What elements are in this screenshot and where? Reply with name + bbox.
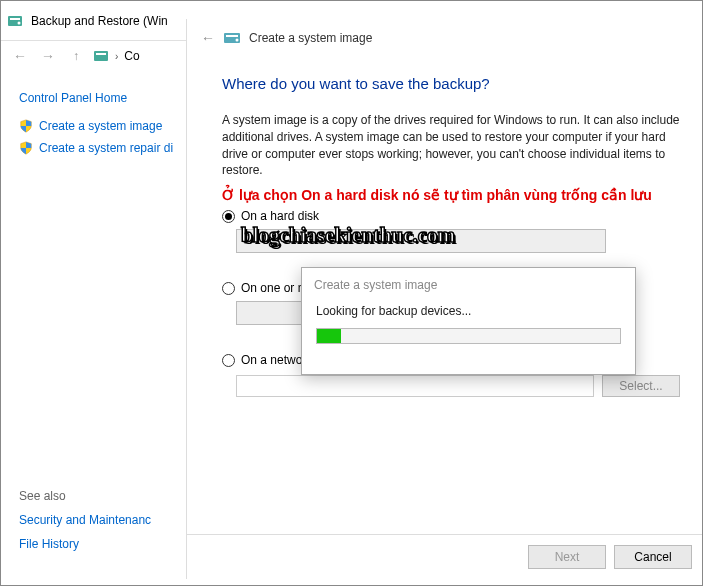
shield-icon (19, 119, 33, 133)
svg-rect-1 (10, 18, 20, 20)
sidebar-create-disc-link[interactable]: Create a system repair di (19, 141, 181, 155)
svg-point-2 (18, 21, 21, 24)
wizard-heading: Where do you want to save the backup? (222, 75, 680, 92)
svg-rect-6 (226, 35, 238, 37)
wizard-back-icon[interactable]: ← (201, 30, 215, 46)
nav-up-icon[interactable]: ↑ (65, 45, 87, 67)
wizard-title: Create a system image (249, 31, 372, 45)
hard-disk-dropdown[interactable] (236, 229, 606, 253)
next-button[interactable]: Next (528, 545, 606, 569)
see-also-header: See also (19, 489, 151, 503)
control-panel-home-link[interactable]: Control Panel Home (19, 91, 181, 105)
svg-rect-3 (94, 51, 108, 61)
option-hard-disk[interactable]: On a hard disk (222, 209, 680, 223)
radio-icon[interactable] (222, 210, 235, 223)
system-image-icon (223, 29, 241, 47)
backup-app-icon (7, 13, 23, 29)
cancel-button[interactable]: Cancel (614, 545, 692, 569)
svg-point-7 (236, 39, 239, 42)
option-label: On a hard disk (241, 209, 319, 223)
wizard-header: ← Create a system image (187, 19, 703, 57)
progress-fill (317, 329, 341, 343)
svg-rect-4 (96, 53, 106, 55)
sidebar-create-image-link[interactable]: Create a system image (19, 119, 181, 133)
sidebar: Control Panel Home Create a system image… (1, 71, 191, 173)
nav-back-icon[interactable]: ← (9, 45, 31, 67)
wizard-footer: Next Cancel (187, 534, 703, 579)
radio-icon[interactable] (222, 282, 235, 295)
network-location-input[interactable] (236, 375, 594, 397)
progress-title: Create a system image (302, 268, 635, 300)
svg-rect-0 (8, 16, 22, 26)
svg-rect-5 (224, 33, 240, 43)
wizard-description: A system image is a copy of the drives r… (222, 112, 680, 179)
nav-forward-icon[interactable]: → (37, 45, 59, 67)
annotation-note: Ở lựa chọn On a hard disk nó sẽ tự tìm p… (222, 187, 680, 203)
window-title: Backup and Restore (Win (31, 14, 168, 28)
file-history-link[interactable]: File History (19, 537, 151, 551)
progress-bar (316, 328, 621, 344)
breadcrumb-item[interactable]: Co (124, 49, 139, 63)
shield-icon (19, 141, 33, 155)
sidebar-link-label: Create a system image (39, 119, 162, 133)
security-maintenance-link[interactable]: Security and Maintenanc (19, 513, 151, 527)
progress-dialog: Create a system image Looking for backup… (301, 267, 636, 375)
progress-message: Looking for backup devices... (316, 304, 621, 318)
select-button[interactable]: Select... (602, 375, 680, 397)
radio-icon[interactable] (222, 354, 235, 367)
see-also-section: See also Security and Maintenanc File Hi… (19, 489, 151, 561)
sidebar-link-label: Create a system repair di (39, 141, 173, 155)
breadcrumb-sep-icon: › (115, 51, 118, 62)
breadcrumb-app-icon (93, 48, 109, 64)
